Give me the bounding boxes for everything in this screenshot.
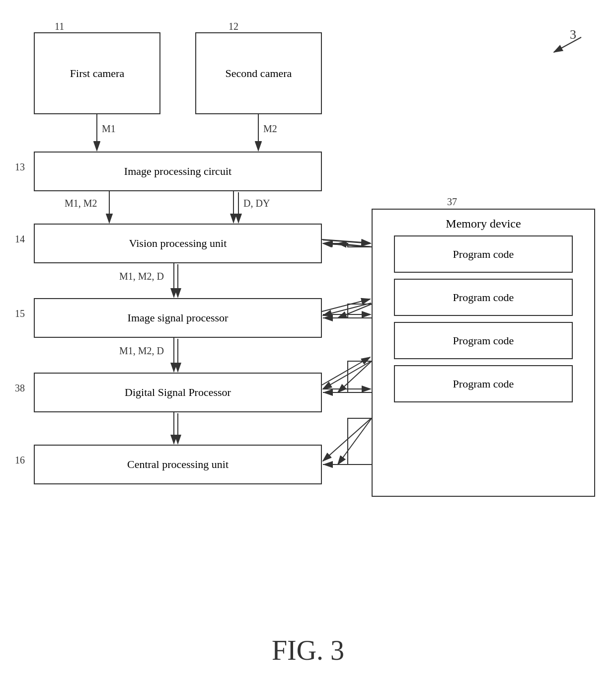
ddy-label: D, DY	[243, 198, 270, 209]
central-processing-box: Central processing unit	[34, 445, 322, 484]
ref-16: 16	[15, 455, 25, 466]
program-code-2-label: Program code	[453, 291, 514, 304]
vision-processing-label: Vision processing unit	[129, 237, 227, 250]
svg-line-33	[322, 239, 370, 243]
memory-device-box: Memory device Program code Program code …	[372, 209, 595, 497]
digital-signal-box: Digital Signal Processor	[34, 373, 322, 412]
digital-signal-label: Digital Signal Processor	[125, 386, 231, 399]
m1m2d-label-1: M1, M2, D	[119, 271, 164, 282]
ref-arrow	[546, 35, 586, 55]
image-processing-label: Image processing circuit	[124, 165, 231, 178]
program-code-3-label: Program code	[453, 334, 514, 347]
fig-label: FIG. 3	[272, 634, 344, 666]
ref-14: 14	[15, 233, 25, 245]
svg-line-22	[324, 243, 372, 247]
program-code-1-label: Program code	[453, 248, 514, 261]
program-code-1: Program code	[394, 235, 573, 273]
second-camera-box: Second camera	[195, 32, 322, 114]
diagram: 3 First camera 11 Second camera 12 M1 M2…	[0, 0, 616, 696]
ref-13: 13	[15, 161, 25, 173]
image-processing-box: Image processing circuit	[34, 152, 322, 191]
memory-device-title: Memory device	[446, 217, 521, 231]
svg-line-38	[323, 418, 371, 461]
ref-12: 12	[229, 21, 238, 32]
image-signal-box: Image signal processor	[34, 298, 322, 338]
svg-line-36	[323, 361, 371, 389]
ref-11: 11	[55, 21, 64, 32]
svg-line-11	[338, 361, 372, 392]
program-code-4-label: Program code	[453, 378, 514, 390]
ref-3: 3	[570, 27, 576, 42]
svg-line-9	[338, 243, 372, 247]
svg-line-29	[554, 37, 581, 52]
program-code-2: Program code	[394, 279, 573, 316]
svg-line-34	[323, 303, 371, 315]
svg-line-32	[323, 243, 371, 247]
central-processing-label: Central processing unit	[127, 458, 229, 471]
svg-line-23	[323, 240, 371, 243]
m1-label: M1	[102, 123, 116, 135]
program-code-3: Program code	[394, 322, 573, 359]
ref-15: 15	[15, 308, 25, 319]
svg-line-37	[322, 357, 370, 385]
first-camera-box: First camera	[34, 32, 160, 114]
m1m2-label: M1, M2	[65, 198, 97, 209]
ref-38: 38	[15, 383, 25, 394]
m2-label: M2	[263, 123, 277, 135]
svg-line-35	[322, 299, 370, 311]
vision-processing-box: Vision processing unit	[34, 224, 322, 263]
svg-line-10	[338, 304, 372, 318]
svg-line-12	[338, 418, 372, 464]
program-code-4: Program code	[394, 365, 573, 402]
image-signal-label: Image signal processor	[128, 311, 229, 324]
second-camera-label: Second camera	[226, 67, 292, 80]
first-camera-label: First camera	[70, 67, 124, 80]
ref-37: 37	[447, 196, 457, 208]
m1m2d-label-2: M1, M2, D	[119, 345, 164, 357]
